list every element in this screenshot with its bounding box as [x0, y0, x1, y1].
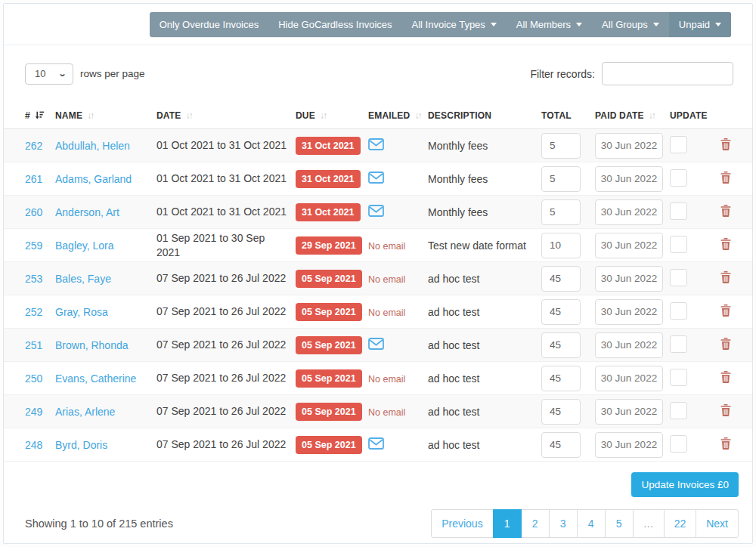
update-checkbox[interactable]: [670, 269, 687, 286]
toolbar-filter-button[interactable]: Only Overdue Invoices: [150, 12, 269, 37]
update-row: Update Invoices £0: [4, 462, 752, 497]
paid-date-input[interactable]: [595, 266, 663, 292]
update-checkbox[interactable]: [670, 302, 687, 320]
toolbar-filter-button[interactable]: Hide GoCardless Invoices: [268, 12, 401, 37]
toolbar-filter-button[interactable]: All Members: [507, 12, 592, 37]
paid-date-input[interactable]: [595, 199, 663, 225]
total-input[interactable]: [541, 233, 581, 258]
member-name-link[interactable]: Gray, Rosa: [55, 306, 108, 318]
total-input[interactable]: [541, 399, 581, 425]
column-header[interactable]: EMAILED ↓↑: [368, 110, 428, 121]
paid-date-input[interactable]: [595, 432, 663, 458]
no-email-label: No email: [368, 274, 405, 285]
description-cell: ad hoc test: [428, 339, 541, 351]
table-header: # NAME ↓↑ DATE ↓↑ DUE ↓↑ EMAILED ↓↑ DESC…: [4, 102, 752, 129]
filter-records-input[interactable]: [602, 62, 733, 85]
delete-cell: [713, 369, 739, 387]
update-checkbox[interactable]: [670, 402, 687, 419]
delete-invoice-button[interactable]: [719, 170, 733, 187]
delete-invoice-button[interactable]: [719, 436, 733, 453]
total-input[interactable]: [541, 166, 581, 192]
invoice-id-link[interactable]: 253: [25, 273, 42, 285]
member-name-link[interactable]: Bagley, Lora: [55, 240, 114, 252]
total-input[interactable]: [541, 432, 581, 458]
pagination-button[interactable]: 22: [664, 509, 697, 538]
pagination-current-page[interactable]: 1: [493, 509, 522, 538]
update-checkbox[interactable]: [670, 236, 687, 253]
total-input[interactable]: [541, 199, 581, 225]
delete-invoice-button[interactable]: [719, 203, 733, 221]
member-name-link[interactable]: Evans, Catherine: [55, 372, 136, 385]
column-header[interactable]: #: [25, 110, 55, 121]
invoice-id-link[interactable]: 252: [25, 306, 42, 318]
invoice-id-link[interactable]: 251: [25, 339, 42, 351]
email-sent-icon[interactable]: [368, 440, 384, 452]
delete-invoice-button[interactable]: [719, 270, 733, 287]
update-cell: [670, 236, 713, 255]
pagination-button[interactable]: 5: [605, 509, 634, 538]
pagination-button[interactable]: 3: [549, 509, 578, 538]
invoice-id-link[interactable]: 259: [25, 240, 42, 252]
column-header[interactable]: NAME ↓↑: [55, 110, 156, 121]
paid-date-input[interactable]: [595, 332, 663, 358]
paid-date-input[interactable]: [595, 233, 663, 258]
column-header[interactable]: DUE ↓↑: [296, 110, 368, 121]
member-name-link[interactable]: Byrd, Doris: [55, 439, 107, 451]
total-input[interactable]: [541, 266, 581, 292]
delete-invoice-button[interactable]: [719, 137, 733, 154]
column-header[interactable]: PAID DATE ↓↑: [595, 110, 670, 121]
pagination-previous-button[interactable]: Previous: [431, 509, 493, 538]
paid-date-input[interactable]: [595, 166, 663, 192]
invoice-id-cell: 259: [25, 240, 55, 252]
member-name-link[interactable]: Adams, Garland: [55, 173, 132, 185]
total-input[interactable]: [541, 366, 581, 391]
update-checkbox[interactable]: [670, 435, 687, 453]
update-checkbox[interactable]: [670, 136, 687, 153]
pagination-next-button[interactable]: Next: [696, 509, 739, 538]
member-name-link[interactable]: Arias, Arlene: [55, 406, 115, 418]
email-sent-icon[interactable]: [368, 141, 384, 153]
paid-date-cell: [595, 299, 670, 325]
rows-per-page-select[interactable]: 10 ⌄: [25, 63, 73, 85]
pagination-button[interactable]: 2: [521, 509, 550, 538]
delete-invoice-button[interactable]: [719, 236, 733, 254]
email-sent-icon[interactable]: [368, 207, 384, 219]
update-invoices-button[interactable]: Update Invoices £0: [631, 472, 739, 497]
toolbar-filter-button[interactable]: All Invoice Types: [402, 12, 507, 37]
update-checkbox[interactable]: [670, 369, 687, 386]
email-sent-icon[interactable]: [368, 174, 384, 186]
column-header[interactable]: DATE ↓↑: [156, 110, 296, 121]
delete-invoice-button[interactable]: [719, 336, 733, 354]
total-input[interactable]: [541, 133, 581, 159]
delete-invoice-button[interactable]: [719, 369, 733, 387]
invoice-id-link[interactable]: 262: [25, 140, 42, 152]
update-checkbox[interactable]: [670, 335, 687, 353]
invoice-id-link[interactable]: 261: [25, 173, 42, 185]
member-name-link[interactable]: Bales, Faye: [55, 273, 111, 285]
total-input[interactable]: [541, 332, 581, 358]
invoice-id-link[interactable]: 248: [25, 439, 42, 451]
delete-invoice-button[interactable]: [719, 403, 733, 420]
update-checkbox[interactable]: [670, 202, 687, 220]
invoice-id-link[interactable]: 250: [25, 372, 42, 385]
toolbar-filter-button[interactable]: All Groups: [592, 12, 669, 37]
invoice-date-range: 07 Sep 2021 to 26 Jul 2022: [156, 304, 296, 319]
paid-date-input[interactable]: [595, 299, 663, 325]
email-sent-icon[interactable]: [368, 340, 384, 352]
paid-date-input[interactable]: [595, 366, 663, 391]
delete-invoice-button[interactable]: [719, 303, 733, 320]
invoice-id-link[interactable]: 260: [25, 206, 42, 218]
member-name-link[interactable]: Abdullah, Helen: [55, 140, 130, 152]
update-checkbox[interactable]: [670, 169, 687, 187]
emailed-cell: [368, 338, 428, 352]
sort-both-icon: ↓↑: [87, 110, 93, 121]
pagination-button[interactable]: 4: [577, 509, 606, 538]
paid-date-input[interactable]: [595, 399, 663, 425]
invoice-id-link[interactable]: 249: [25, 406, 42, 418]
total-input[interactable]: [541, 299, 581, 325]
caret-down-icon: [653, 23, 659, 26]
toolbar-filter-button[interactable]: Unpaid: [669, 12, 731, 37]
member-name-link[interactable]: Anderson, Art: [55, 206, 119, 218]
paid-date-input[interactable]: [595, 133, 663, 159]
member-name-link[interactable]: Brown, Rhonda: [55, 339, 129, 351]
